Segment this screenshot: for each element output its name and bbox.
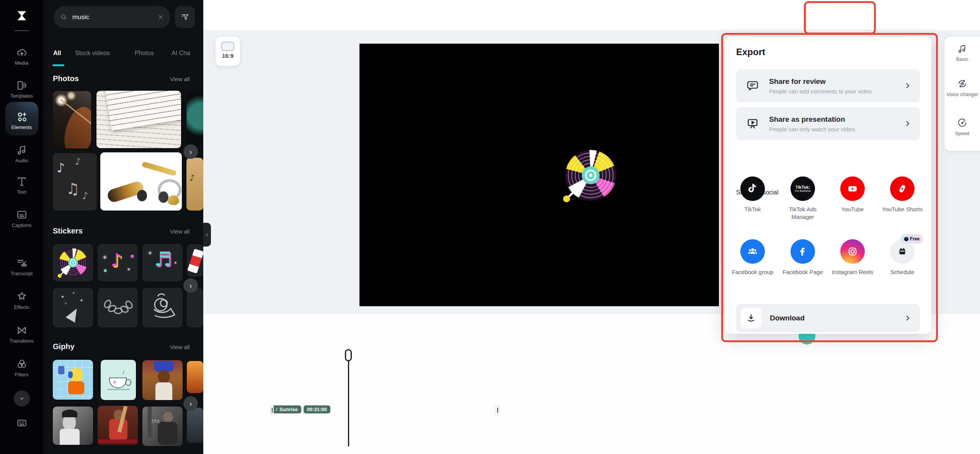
capcut-logo-icon	[15, 8, 29, 23]
panel-collapse-handle[interactable]: ‹	[203, 223, 211, 247]
clip-trim-handle-right[interactable]	[496, 405, 499, 415]
sticker-thumbnail-chain[interactable]	[98, 288, 138, 327]
rail-divider	[15, 30, 29, 31]
filter-button[interactable]	[175, 6, 195, 28]
social-facebook-page[interactable]: Facebook Page	[778, 239, 828, 276]
sidebar-item-text[interactable]: Text	[0, 176, 43, 195]
sticker-thumbnail-party-popper[interactable]: ✦ ✳ ✦ ✳	[53, 288, 93, 327]
sticker-thumbnail-music-note[interactable]: ♪ ✳ ✳	[98, 244, 138, 281]
tab-photos[interactable]: Photos	[135, 50, 154, 57]
photo-thumbnail-partial[interactable]	[186, 91, 203, 145]
inspector-item-label: Voice changer	[945, 91, 980, 98]
social-label: Schedule	[877, 268, 927, 276]
giphy-thumbnail-bart[interactable]	[53, 360, 93, 400]
tab-stock-videos[interactable]: Stock videos	[75, 50, 110, 57]
sidebar-item-transitions[interactable]: Transitions	[0, 325, 43, 344]
giphy-thumbnail-laughing-kid[interactable]	[142, 360, 183, 400]
inspector-item-basic[interactable]: Basic	[944, 44, 980, 63]
social-youtube[interactable]: YouTube	[828, 176, 877, 213]
transcript-icon	[16, 257, 28, 269]
sticker-thumbnail-horn[interactable]	[142, 288, 183, 327]
giphy-thumbnail-bw-man[interactable]: △<△	[142, 407, 183, 446]
sticker-thumbnail-partial-2[interactable]	[187, 288, 203, 327]
section-title-giphy: Giphy	[53, 342, 75, 351]
keyboard-shortcuts-icon[interactable]	[16, 417, 28, 429]
video-preview-canvas[interactable]	[359, 44, 719, 306]
cloud-upload-icon	[16, 47, 28, 58]
sidebar-item-elements[interactable]: Elements	[0, 111, 43, 130]
sticker-thumbnail-treble-clef[interactable]: ♬ ✳ ✳	[142, 244, 183, 281]
music-note-icon: ♪	[275, 407, 278, 412]
aspect-ratio-card[interactable]: 16:9	[216, 37, 240, 66]
option-title: Share for review	[769, 77, 894, 86]
social-tiktok[interactable]: TikTok	[728, 176, 777, 213]
share-for-review-option[interactable]: Share for review People can add comments…	[736, 69, 920, 102]
view-all-photos[interactable]: View all	[170, 76, 189, 82]
social-tiktok-ads-manager[interactable]: TikTok: For Business TikTok Ads Manager	[778, 176, 828, 221]
chain-sticker	[98, 288, 138, 327]
giphy-thumbnail-partial[interactable]	[187, 361, 203, 393]
sidebar-item-media[interactable]: Media	[0, 47, 43, 66]
download-option[interactable]: Download	[736, 304, 920, 332]
capcut-editor: Media Templates Elements Audio	[0, 0, 980, 454]
option-subtitle: People can only watch your video.	[769, 126, 894, 132]
social-facebook-group[interactable]: Facebook group	[728, 239, 777, 276]
social-youtube-shorts[interactable]: YouTube Shorts	[877, 176, 927, 213]
giphy-scroll-right-button[interactable]: ›	[183, 396, 198, 411]
download-icon-box	[741, 308, 761, 328]
inspector-item-speed[interactable]: Speed	[944, 118, 980, 137]
photo-thumbnail-partial-2[interactable]: ♪	[186, 158, 203, 211]
view-all-giphy[interactable]: View all	[170, 344, 189, 350]
social-instagram-reels[interactable]: Instagram Reels	[828, 239, 877, 276]
audio-icon	[16, 144, 28, 156]
vinyl-sticker-on-canvas[interactable]	[562, 147, 619, 204]
giphy-thumbnail-partial-2[interactable]	[187, 408, 203, 443]
vinyl-record-sticker	[57, 247, 89, 279]
free-badge: Free	[901, 234, 923, 243]
search-input[interactable]	[72, 13, 158, 21]
transitions-icon	[16, 325, 28, 336]
view-all-stickers[interactable]: View all	[170, 228, 189, 235]
sticker-thumbnail-vinyl[interactable]	[53, 244, 93, 281]
chevron-down-icon	[18, 395, 25, 402]
tiktok-icon	[746, 183, 759, 195]
photo-thumbnail-metal-notes[interactable]: ♪ ♪ ♫ ♪	[53, 153, 97, 211]
facebook-icon	[796, 245, 809, 258]
presentation-icon	[746, 117, 759, 130]
clock-icon	[904, 237, 908, 241]
photo-thumbnail-instruments[interactable]	[100, 152, 182, 211]
sidebar-item-templates[interactable]: Templates	[0, 80, 43, 99]
social-label: YouTube Shorts	[877, 206, 927, 213]
sidebar-item-captions[interactable]: Captions	[0, 209, 43, 228]
social-schedule[interactable]: Schedule	[877, 239, 927, 276]
rail-more-button[interactable]	[14, 390, 30, 407]
stickers-scroll-right-button[interactable]: ›	[183, 278, 198, 293]
youtube-shorts-icon	[897, 183, 908, 194]
option-title: Share as presentation	[769, 115, 894, 124]
templates-icon	[16, 80, 28, 91]
share-as-presentation-option[interactable]: Share as presentation People can only wa…	[736, 107, 920, 140]
search-bar[interactable]	[54, 6, 170, 28]
sidebar-item-transcript[interactable]: Transcript	[0, 257, 43, 276]
sidebar-item-label: Captions	[0, 222, 43, 228]
playhead-line[interactable]	[348, 360, 349, 446]
giphy-thumbnail-drummer[interactable]	[98, 406, 138, 445]
inspector-item-voice-changer[interactable]: Voice changer	[944, 78, 980, 98]
clear-search-icon[interactable]	[158, 14, 163, 20]
sidebar-item-audio[interactable]: Audio	[0, 144, 43, 163]
photo-thumbnail-sheet-music[interactable]	[96, 91, 181, 148]
playhead-handle[interactable]	[345, 349, 352, 361]
sticker-thumbnail-partial[interactable]	[187, 244, 203, 277]
tiktok-business-line2: For Business	[795, 189, 811, 193]
giphy-thumbnail-elvis[interactable]	[53, 407, 93, 445]
sidebar-item-filters[interactable]: Filters	[0, 358, 43, 377]
sidebar-item-effects[interactable]: Effects	[0, 291, 43, 310]
sidebar-item-label: Audio	[0, 158, 43, 163]
chevron-right-icon	[904, 314, 911, 322]
tab-ai[interactable]: AI Cha	[172, 50, 190, 57]
photo-thumbnail-cello[interactable]	[53, 91, 91, 149]
photos-scroll-right-button[interactable]: ›	[183, 144, 198, 159]
giphy-thumbnail-teacup[interactable]: ♪ ❀	[101, 360, 136, 400]
clip-trim-handle-left[interactable]	[270, 405, 274, 415]
tab-all[interactable]: All	[53, 50, 61, 57]
